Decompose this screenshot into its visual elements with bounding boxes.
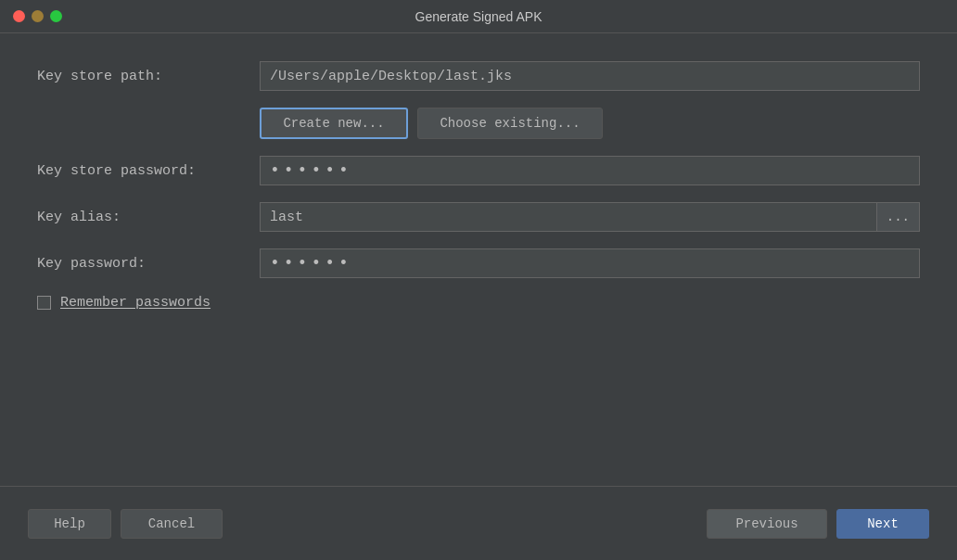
key-alias-label: Key alias: — [37, 210, 260, 225]
alias-input-group: ... — [260, 202, 920, 232]
cancel-button[interactable]: Cancel — [121, 509, 223, 539]
bottom-right-buttons: Previous Next — [707, 509, 929, 539]
window-controls[interactable] — [13, 10, 62, 22]
close-button[interactable] — [13, 10, 25, 22]
previous-button[interactable]: Previous — [707, 509, 827, 539]
remember-passwords-label: Remember passwords — [60, 295, 211, 311]
title-bar: Generate Signed APK — [0, 0, 957, 33]
keystore-path-row: Key store path: — [37, 61, 920, 91]
key-password-row: Key password: — [37, 248, 920, 278]
key-password-label: Key password: — [37, 256, 260, 272]
keystore-path-label: Key store path: — [37, 69, 260, 84]
key-store-password-label: Key store password: — [37, 163, 260, 179]
maximize-button[interactable] — [50, 10, 62, 22]
key-password-input[interactable] — [260, 248, 920, 278]
key-alias-input[interactable] — [260, 202, 876, 232]
remember-passwords-row: Remember passwords — [37, 295, 920, 311]
keystore-action-buttons: Create new... Choose existing... — [260, 108, 920, 139]
minimize-button[interactable] — [32, 10, 44, 22]
choose-existing-button[interactable]: Choose existing... — [417, 108, 603, 139]
remember-passwords-checkbox[interactable] — [37, 296, 51, 310]
window-title: Generate Signed APK — [415, 9, 542, 24]
bottom-bar: Help Cancel Previous Next — [0, 486, 957, 560]
key-store-password-input[interactable] — [260, 156, 920, 185]
key-alias-browse-button[interactable]: ... — [876, 202, 920, 232]
key-alias-row: Key alias: ... — [37, 202, 920, 232]
dialog-content: Key store path: Create new... Choose exi… — [0, 33, 957, 338]
help-button[interactable]: Help — [28, 509, 111, 539]
next-button[interactable]: Next — [836, 509, 929, 539]
create-new-button[interactable]: Create new... — [260, 108, 408, 139]
keystore-path-input[interactable] — [260, 61, 920, 91]
key-store-password-row: Key store password: — [37, 156, 920, 185]
bottom-left-buttons: Help Cancel — [28, 509, 223, 539]
